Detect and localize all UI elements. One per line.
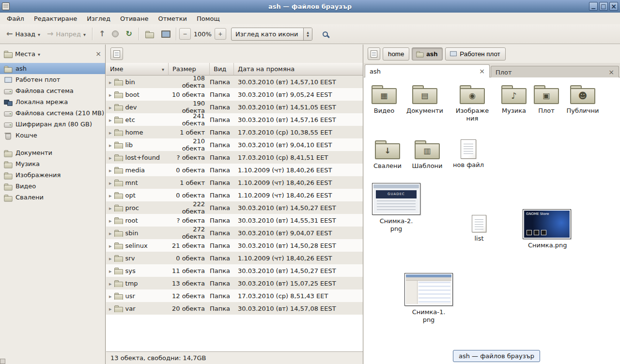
sidebar-item[interactable]: Файлова система (210 MB)	[0, 107, 105, 119]
column-header-size[interactable]: Размер	[169, 63, 210, 76]
table-row[interactable]: lib 210 обекта Папка 30.03.2010 (вт) 9,0…	[106, 138, 363, 151]
places-close-icon[interactable]	[95, 50, 101, 57]
sidebar-item[interactable]: Документи	[0, 147, 105, 158]
home-button[interactable]	[142, 28, 157, 40]
desktop-item-snimka[interactable]: GNOME Store Снимка.png	[523, 209, 571, 249]
table-row[interactable]: etc 241 обекта Папка 30.03.2010 (вт) 14,…	[106, 113, 363, 126]
expander-icon[interactable]	[109, 267, 112, 274]
back-button[interactable]: Назад	[3, 28, 44, 40]
resize-grip[interactable]	[0, 359, 5, 364]
table-row[interactable]: boot 10 обекта Папка 30.03.2010 (вт) 9,0…	[106, 88, 363, 101]
zoom-in-button[interactable]	[215, 28, 226, 40]
expander-icon[interactable]	[109, 154, 112, 161]
table-row[interactable]: opt 0 обекта Папка 1.10.2009 (чт) 18,40,…	[106, 189, 363, 201]
sidebar-item[interactable]: Работен плот	[0, 74, 105, 85]
table-row[interactable]: mnt 1 обект Папка 1.10.2009 (чт) 18,40,2…	[106, 176, 363, 189]
table-row[interactable]: sys 11 обекта Папка 30.03.2010 (вт) 14,5…	[106, 264, 363, 277]
zoom-out-button[interactable]	[179, 28, 191, 40]
edit-location-button[interactable]	[110, 47, 123, 60]
sidebar-item[interactable]: Изображения	[0, 169, 105, 181]
table-row[interactable]: dev 190 обекта Папка 30.03.2010 (вт) 14,…	[106, 101, 363, 113]
minimize-icon[interactable]	[589, 2, 598, 11]
desktop-item-music[interactable]: Музика	[497, 84, 530, 115]
column-header-name[interactable]: Име	[106, 63, 169, 76]
menu-item[interactable]: Отметки	[153, 14, 191, 24]
tab-plot[interactable]: Плот	[491, 66, 619, 78]
table-row[interactable]: root ? обекта Папка 30.03.2010 (вт) 14,5…	[106, 214, 363, 227]
tab-ash[interactable]: ash	[365, 64, 490, 77]
expander-icon[interactable]	[109, 229, 112, 237]
maximize-icon[interactable]	[599, 2, 608, 11]
table-row[interactable]: usr 12 обекта Папка 17.03.2010 (ср) 8,51…	[106, 289, 363, 302]
sidebar-item[interactable]: Кошче	[0, 130, 105, 141]
expander-icon[interactable]	[109, 104, 112, 111]
expander-icon[interactable]	[109, 255, 112, 262]
table-row[interactable]: var 20 обекта Папка 30.03.2010 (вт) 14,5…	[106, 302, 363, 315]
desktop-item-public[interactable]: Публични	[564, 84, 601, 115]
path-button-current[interactable]: ash	[412, 47, 443, 61]
title-bar[interactable]: ash — файлов браузър	[0, 0, 620, 13]
menu-item[interactable]: Файл	[2, 14, 29, 24]
desktop-item-snimka1[interactable]: Снимка-1.png	[404, 273, 453, 324]
up-button[interactable]	[95, 28, 108, 40]
path-button-desktop[interactable]: Работен плот	[445, 47, 505, 61]
expander-icon[interactable]	[109, 141, 112, 149]
tab-close-icon[interactable]	[608, 69, 614, 76]
desktop-item-templates[interactable]: Шаблони	[411, 139, 444, 170]
expander-icon[interactable]	[109, 192, 112, 199]
sidebar-item[interactable]	[0, 141, 105, 147]
expander-icon[interactable]	[109, 217, 112, 224]
expander-icon[interactable]	[109, 116, 112, 123]
expander-icon[interactable]	[109, 129, 112, 136]
expander-icon[interactable]	[109, 242, 112, 249]
menu-item[interactable]: Изглед	[82, 14, 115, 24]
table-row[interactable]: sbin 272 обекта Папка 30.03.2010 (вт) 9,…	[106, 227, 363, 239]
menu-item[interactable]: Редактиране	[29, 14, 82, 24]
sidebar-item[interactable]: ash	[0, 63, 105, 74]
desktop-item-plot[interactable]: Плот	[531, 84, 561, 115]
reload-button[interactable]	[122, 28, 135, 40]
expander-icon[interactable]	[109, 167, 112, 174]
close-icon[interactable]	[609, 2, 618, 11]
expander-icon[interactable]	[109, 292, 112, 300]
desktop-item-list[interactable]: list	[463, 215, 496, 243]
sidebar-item[interactable]: Видео	[0, 181, 105, 192]
table-row[interactable]: lost+found ? обекта Папка 17.03.2010 (ср…	[106, 151, 363, 164]
desktop-item-documents[interactable]: Документи	[406, 84, 443, 115]
table-row[interactable]: home 1 обект Папка 17.03.2010 (ср) 10,38…	[106, 126, 363, 138]
column-header-modified[interactable]: Дата на промяна	[234, 63, 363, 76]
back-history-chevron-icon[interactable]	[38, 31, 40, 37]
expander-icon[interactable]	[109, 305, 112, 312]
expander-icon[interactable]	[109, 91, 112, 98]
table-row[interactable]: tmp 13 обекта Папка 30.03.2010 (вт) 15,0…	[106, 277, 363, 289]
expander-icon[interactable]	[109, 204, 112, 212]
sidebar-item[interactable]: Локална мрежа	[0, 96, 105, 107]
table-row[interactable]: bin 108 обекта Папка 30.03.2010 (вт) 14,…	[106, 76, 363, 88]
places-selector-chevron-icon[interactable]	[38, 51, 40, 57]
menu-item[interactable]: Помощ	[192, 14, 225, 24]
computer-button[interactable]	[157, 28, 173, 40]
table-row[interactable]: selinux 21 обекта Папка 30.03.2010 (вт) …	[106, 239, 363, 252]
table-row[interactable]: srv 0 обекта Папка 1.10.2009 (чт) 18,40,…	[106, 252, 363, 264]
path-button-home[interactable]: home	[383, 47, 409, 61]
table-row[interactable]: media 0 обекта Папка 1.10.2009 (чт) 18,4…	[106, 164, 363, 176]
expander-icon[interactable]	[109, 78, 112, 86]
desktop-item-downloads[interactable]: Свалени	[371, 139, 404, 170]
column-header-type[interactable]: Вид	[210, 63, 234, 76]
sidebar-item[interactable]: Свалени	[0, 192, 105, 203]
sidebar-item[interactable]: Файлова система	[0, 85, 105, 96]
search-button[interactable]	[319, 29, 331, 39]
desktop-item-pictures[interactable]: Изображения	[455, 84, 490, 122]
sidebar-item[interactable]: Музика	[0, 158, 105, 169]
forward-button[interactable]: Напред	[44, 28, 89, 40]
expander-icon[interactable]	[109, 280, 112, 287]
table-row[interactable]: proc 222 обекта Папка 30.03.2010 (вт) 14…	[106, 201, 363, 214]
edit-location-button[interactable]	[368, 47, 380, 60]
desktop-item-new-file[interactable]: нов файл	[452, 139, 485, 169]
tab-close-icon[interactable]	[479, 68, 485, 75]
expander-icon[interactable]	[109, 179, 112, 186]
sidebar-item[interactable]: Шифриран дял (80 GB)	[0, 119, 105, 130]
view-mode-select[interactable]: Изглед като икони	[231, 28, 312, 41]
desktop-item-snimka2[interactable]: GUADEC Снимка-2.png	[372, 183, 420, 233]
desktop-item-video[interactable]: Видео	[367, 84, 402, 115]
